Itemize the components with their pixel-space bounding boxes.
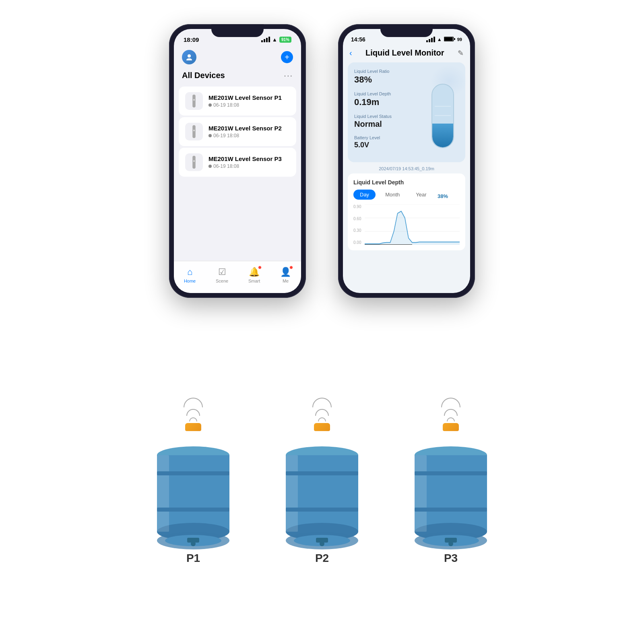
device-name-p1: ME201W Level Sensor P1 bbox=[208, 94, 290, 101]
metric-status: Liquid Level Status Normal bbox=[354, 114, 422, 129]
svg-rect-40 bbox=[415, 471, 487, 475]
bottom-nav: ⌂ Home ☑ Scene 🔔 Smart 👤 bbox=[174, 261, 301, 293]
wave-mid-p1 bbox=[186, 409, 200, 416]
edit-button[interactable]: ✎ bbox=[458, 49, 464, 58]
badge-dot-me bbox=[289, 266, 293, 269]
notch2 bbox=[380, 24, 433, 37]
device-time-p3: 06-19 18:08 bbox=[208, 163, 290, 169]
barrel-label-p2: P2 bbox=[315, 552, 329, 565]
svg-point-25 bbox=[191, 541, 196, 546]
device-list-header: All Devices ··· bbox=[174, 68, 301, 85]
nav-scene-label: Scene bbox=[216, 279, 228, 283]
tank-visualization: 38% bbox=[427, 69, 459, 156]
chart-y-labels: 0.90 0.60 0.30 0.00 bbox=[353, 204, 361, 245]
tank-liquid bbox=[432, 124, 453, 147]
tab-year[interactable]: Year bbox=[409, 190, 433, 200]
wave-inner-p2 bbox=[318, 417, 326, 421]
svg-rect-29 bbox=[286, 455, 298, 532]
tank-line2 bbox=[435, 106, 451, 107]
svg-point-0 bbox=[188, 54, 191, 58]
device-info-p2: ME201W Level Sensor P2 06-19 18:08 bbox=[208, 125, 290, 138]
device-time-p1: 06-19 18:08 bbox=[208, 102, 290, 108]
signal-icon2 bbox=[426, 37, 435, 42]
time-dot3 bbox=[208, 165, 212, 168]
phone2-time: 14:56 bbox=[351, 36, 365, 43]
svg-rect-39 bbox=[415, 455, 427, 532]
battery-pct: 99 bbox=[457, 37, 462, 42]
ratio-value: 38% bbox=[354, 74, 422, 85]
device-list-title: All Devices bbox=[182, 71, 225, 80]
more-options-button[interactable]: ··· bbox=[284, 71, 293, 80]
tab-month[interactable]: Month bbox=[379, 190, 406, 200]
svg-rect-6 bbox=[193, 160, 195, 162]
svg-point-35 bbox=[320, 541, 324, 546]
battery-icon bbox=[444, 36, 455, 43]
device-item-p2[interactable]: ME201W Level Sensor P2 06-19 18:08 bbox=[179, 117, 296, 146]
phone1-frame: 18:09 ▲ 91% + bbox=[169, 24, 306, 298]
nav-me[interactable]: 👤 Me bbox=[280, 267, 291, 283]
time-dot2 bbox=[208, 134, 212, 137]
avatar[interactable] bbox=[182, 50, 196, 64]
back-button[interactable]: ‹ bbox=[349, 48, 352, 58]
wave-outer-p1 bbox=[184, 398, 203, 407]
svg-rect-3 bbox=[192, 125, 196, 138]
barrel-p2: P2 bbox=[278, 398, 366, 569]
device-time-p2: 06-19 18:08 bbox=[208, 133, 290, 138]
wave-outer-p2 bbox=[312, 398, 332, 407]
metric-battery: Battery Level 5.0V bbox=[354, 135, 422, 149]
tank-line1 bbox=[435, 115, 451, 116]
nav-home[interactable]: ⌂ Home bbox=[184, 267, 196, 283]
device-info-p3: ME201W Level Sensor P3 06-19 18:08 bbox=[208, 155, 290, 169]
wave-outer-p3 bbox=[441, 398, 460, 407]
battery-badge: 91% bbox=[279, 37, 291, 43]
bottom-section: P1 P2 bbox=[0, 322, 644, 644]
device-item-p1[interactable]: ME201W Level Sensor P1 06-19 18:08 bbox=[179, 87, 296, 116]
battery-label: Battery Level bbox=[354, 135, 422, 140]
phone1-screen: 18:09 ▲ 91% + bbox=[174, 29, 301, 293]
liquid-metrics: Liquid Level Ratio 38% Liquid Level Dept… bbox=[354, 69, 422, 156]
svg-rect-8 bbox=[444, 37, 453, 41]
nav-badge-smart: 🔔 bbox=[249, 267, 260, 277]
nav-smart[interactable]: 🔔 Smart bbox=[248, 267, 260, 283]
nav-me-label: Me bbox=[283, 279, 289, 283]
chart-title: Liquid Level Depth bbox=[353, 179, 460, 186]
wave-inner-p3 bbox=[447, 417, 455, 421]
signal-waves-p2 bbox=[312, 398, 332, 421]
phone2-frame: 14:56 ▲ 99 ‹ Li bbox=[338, 24, 475, 298]
svg-rect-19 bbox=[157, 455, 169, 532]
chart-svg bbox=[365, 204, 460, 245]
device-info-p1: ME201W Level Sensor P1 06-19 18:08 bbox=[208, 94, 290, 108]
wave-mid-p3 bbox=[444, 409, 458, 416]
tank-container bbox=[431, 84, 454, 148]
app-header: + bbox=[174, 47, 301, 68]
svg-rect-5 bbox=[192, 156, 196, 169]
device-icon-p3 bbox=[185, 153, 203, 171]
chart-area: 0.90 0.60 0.30 0.00 bbox=[353, 204, 460, 245]
phone2-screen: 14:56 ▲ 99 ‹ Li bbox=[343, 29, 470, 293]
svg-rect-31 bbox=[286, 508, 358, 512]
svg-rect-2 bbox=[193, 99, 195, 101]
nav-scene[interactable]: ☑ Scene bbox=[216, 267, 228, 283]
nav-smart-label: Smart bbox=[248, 279, 260, 283]
device-name-p2: ME201W Level Sensor P2 bbox=[208, 125, 290, 132]
chart-section: Liquid Level Depth Day Month Year 0.90 0… bbox=[348, 173, 465, 250]
svg-rect-21 bbox=[157, 508, 229, 512]
status-label: Liquid Level Status bbox=[354, 114, 422, 119]
svg-rect-4 bbox=[193, 130, 195, 131]
device-item-p3[interactable]: ME201W Level Sensor P3 06-19 18:08 bbox=[179, 148, 296, 177]
tab-day[interactable]: Day bbox=[353, 190, 376, 200]
phone1-status-icons: ▲ 91% bbox=[261, 37, 291, 43]
battery-value: 5.0V bbox=[354, 141, 422, 149]
sensor-cap-p2 bbox=[314, 423, 330, 431]
svg-rect-1 bbox=[192, 95, 196, 107]
phone2-status-icons: ▲ 99 bbox=[426, 36, 462, 43]
signal-icon bbox=[261, 37, 270, 42]
notch bbox=[211, 24, 264, 37]
phone2-header: ‹ Liquid Level Monitor ✎ bbox=[343, 47, 470, 62]
sensor-cap-p1 bbox=[185, 423, 201, 431]
metric-depth: Liquid Level Depth 0.19m bbox=[354, 91, 422, 107]
add-device-button[interactable]: + bbox=[281, 51, 293, 63]
monitor-title: Liquid Level Monitor bbox=[365, 48, 444, 58]
svg-rect-20 bbox=[157, 471, 229, 475]
device-name-p3: ME201W Level Sensor P3 bbox=[208, 155, 290, 162]
